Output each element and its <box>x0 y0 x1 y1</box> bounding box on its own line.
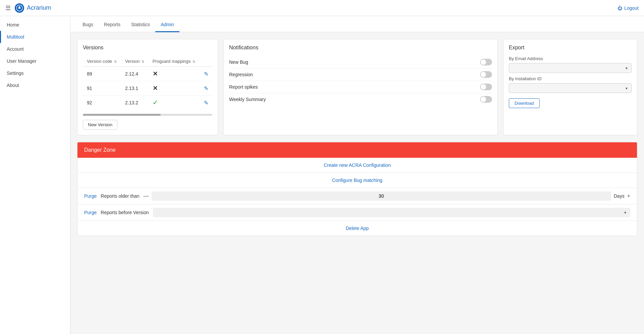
version-code-cell: 92 <box>83 96 121 110</box>
sidebar-item-account[interactable]: Account <box>0 43 70 55</box>
download-button[interactable]: Download <box>509 98 540 108</box>
tabs-bar: Bugs Reports Statistics Admin <box>70 16 644 32</box>
version-cell: 2.13.2 <box>121 96 149 110</box>
app-logo: Acrarium <box>15 3 51 13</box>
notification-row: Report spikes <box>229 81 492 93</box>
sort-icon-proguard: ⇅ <box>193 60 195 63</box>
purge-version-select-wrap <box>153 208 630 217</box>
col-version-code[interactable]: Version code ⇅ <box>83 56 121 67</box>
notification-label: Weekly Summary <box>229 97 266 102</box>
table-row: 912.13.1✕✎ <box>83 81 212 96</box>
notifications-title: Notifications <box>229 45 492 51</box>
purge-version-text: Reports before Version <box>101 210 149 215</box>
table-row: 922.13.2✓✎ <box>83 96 212 110</box>
tab-admin[interactable]: Admin <box>155 18 179 32</box>
delete-app-link[interactable]: Delete App <box>346 226 369 231</box>
edit-cell: ✎ <box>200 81 212 96</box>
cross-icon: ✕ <box>153 70 158 77</box>
edit-cell: ✎ <box>200 96 212 110</box>
sidebar-item-home[interactable]: Home <box>0 19 70 31</box>
check-icon: ✓ <box>153 99 158 106</box>
edit-icon[interactable]: ✎ <box>204 100 208 106</box>
version-code-cell: 91 <box>83 81 121 96</box>
notification-row: New Bug <box>229 56 492 68</box>
admin-content: Versions Version code ⇅ Version ⇅ <box>70 32 644 243</box>
purge-days-label: Days <box>614 193 625 199</box>
cross-icon: ✕ <box>153 85 158 92</box>
versions-title: Versions <box>83 45 212 51</box>
purge-days-wrap: — Days + <box>144 191 630 201</box>
export-title: Export <box>509 45 632 51</box>
by-installation-label: By Installation ID <box>509 76 632 81</box>
notifications-card: Notifications New BugRegressionReport sp… <box>223 39 498 135</box>
notification-toggle[interactable] <box>480 96 492 103</box>
logout-icon: ⏻ <box>618 5 622 11</box>
purge-older-text: Reports older than <box>101 193 139 199</box>
by-email-label: By Email Address <box>509 56 632 61</box>
main-layout: Home Multitool Account User Manager Sett… <box>0 16 644 334</box>
version-cell: 2.12.4 <box>121 67 149 81</box>
col-actions <box>200 56 212 67</box>
versions-table: Version code ⇅ Version ⇅ Proguard mappin… <box>83 56 212 110</box>
purge-version-row: Purge Reports before Version <box>77 204 637 221</box>
notification-row: Regression <box>229 68 492 81</box>
mapping-cell: ✓ <box>149 96 200 110</box>
app-title: Acrarium <box>27 4 51 11</box>
installation-select[interactable] <box>509 83 632 93</box>
tab-bugs[interactable]: Bugs <box>77 18 99 32</box>
tab-reports[interactable]: Reports <box>99 18 126 32</box>
purge-days-input[interactable] <box>152 191 611 201</box>
purge-version-label[interactable]: Purge <box>84 210 97 215</box>
sidebar-item-user-manager[interactable]: User Manager <box>0 55 70 67</box>
delete-row: Delete App <box>77 221 637 236</box>
notification-toggle[interactable] <box>480 59 492 65</box>
scrollbar-thumb <box>83 114 161 116</box>
sidebar-item-about[interactable]: About <box>0 79 70 91</box>
logout-button[interactable]: ⏻ Logout <box>618 5 639 11</box>
notification-toggle[interactable] <box>480 84 492 90</box>
cards-row: Versions Version code ⇅ Version ⇅ <box>77 39 637 135</box>
tab-statistics[interactable]: Statistics <box>126 18 155 32</box>
sort-icon-version-code: ⇅ <box>114 60 117 63</box>
versions-card: Versions Version code ⇅ Version ⇅ <box>77 39 218 135</box>
header-left: ☰ Acrarium <box>5 3 51 13</box>
purge-older-label[interactable]: Purge <box>84 193 97 199</box>
col-version[interactable]: Version ⇅ <box>121 56 149 67</box>
purge-plus-button[interactable]: + <box>627 193 630 199</box>
app-logo-image <box>15 3 24 13</box>
sidebar-item-multitool[interactable]: Multitool <box>0 31 70 43</box>
main-content: Bugs Reports Statistics Admin Versions V… <box>70 16 644 334</box>
new-version-button[interactable]: New Version <box>83 120 117 130</box>
purge-minus-button[interactable]: — <box>144 193 149 199</box>
mapping-cell: ✕ <box>149 81 200 96</box>
table-row: 892.12.4✕✎ <box>83 67 212 81</box>
version-code-cell: 89 <box>83 67 121 81</box>
edit-icon[interactable]: ✎ <box>204 86 208 91</box>
notification-row: Weekly Summary <box>229 93 492 105</box>
email-select[interactable] <box>509 63 632 73</box>
create-acra-action[interactable]: Create new ACRA Configuration <box>77 158 637 173</box>
notification-toggle[interactable] <box>480 71 492 78</box>
svg-point-1 <box>19 7 20 9</box>
purge-version-select[interactable] <box>153 208 630 217</box>
danger-zone: Danger Zone Create new ACRA Configuratio… <box>77 142 637 236</box>
export-card: Export By Email Address By Installation … <box>503 39 637 135</box>
app-header: ☰ Acrarium ⏻ Logout <box>0 0 644 16</box>
sort-icon-version: ⇅ <box>142 60 144 63</box>
col-proguard[interactable]: Proguard mappings ⇅ <box>149 56 200 67</box>
sidebar-item-settings[interactable]: Settings <box>0 67 70 79</box>
purge-older-row: Purge Reports older than — Days + <box>77 188 637 204</box>
edit-icon[interactable]: ✎ <box>204 71 208 77</box>
installation-select-wrap <box>509 83 632 93</box>
table-scrollbar[interactable] <box>83 114 212 116</box>
danger-header: Danger Zone <box>77 142 637 158</box>
logout-label: Logout <box>624 5 639 11</box>
hamburger-icon[interactable]: ☰ <box>5 4 11 12</box>
notifications-list: New BugRegressionReport spikesWeekly Sum… <box>229 56 492 105</box>
notification-label: Report spikes <box>229 84 258 90</box>
configure-bug-action[interactable]: Configure Bug matching <box>77 173 637 188</box>
sidebar: Home Multitool Account User Manager Sett… <box>0 16 70 334</box>
notification-label: Regression <box>229 72 253 77</box>
danger-body: Create new ACRA Configuration Configure … <box>77 158 637 236</box>
edit-cell: ✎ <box>200 67 212 81</box>
